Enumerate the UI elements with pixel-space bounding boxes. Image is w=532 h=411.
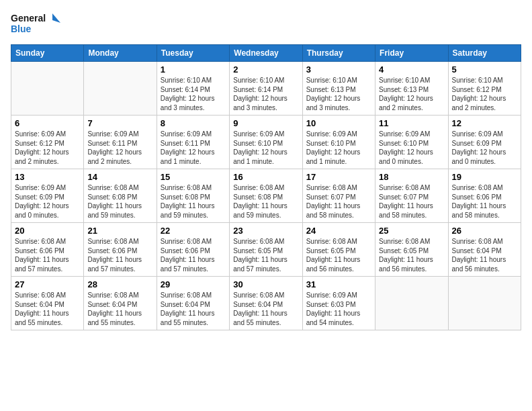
day-info: Sunrise: 6:10 AM Sunset: 6:14 PM Dayligh… xyxy=(233,76,298,112)
day-info: Sunrise: 6:09 AM Sunset: 6:10 PM Dayligh… xyxy=(233,130,298,166)
day-number: 15 xyxy=(161,172,226,182)
calendar-cell: 28Sunrise: 6:08 AM Sunset: 6:04 PM Dayli… xyxy=(84,277,157,330)
calendar-cell: 12Sunrise: 6:09 AM Sunset: 6:09 PM Dayli… xyxy=(448,116,521,169)
day-number: 21 xyxy=(87,226,152,236)
calendar-week-row: 1Sunrise: 6:10 AM Sunset: 6:14 PM Daylig… xyxy=(11,62,521,116)
day-info: Sunrise: 6:08 AM Sunset: 6:05 PM Dayligh… xyxy=(379,237,444,273)
calendar-cell xyxy=(84,62,157,116)
day-info: Sunrise: 6:08 AM Sunset: 6:06 PM Dayligh… xyxy=(15,237,80,273)
calendar-cell: 8Sunrise: 6:09 AM Sunset: 6:11 PM Daylig… xyxy=(157,116,229,169)
calendar-cell: 21Sunrise: 6:08 AM Sunset: 6:06 PM Dayli… xyxy=(84,223,157,277)
calendar-cell: 10Sunrise: 6:09 AM Sunset: 6:10 PM Dayli… xyxy=(302,116,375,169)
calendar-cell: 16Sunrise: 6:08 AM Sunset: 6:08 PM Dayli… xyxy=(230,169,302,223)
day-info: Sunrise: 6:09 AM Sunset: 6:12 PM Dayligh… xyxy=(15,130,80,166)
weekday-header: Tuesday xyxy=(157,45,229,62)
day-number: 18 xyxy=(379,172,444,182)
calendar-cell: 6Sunrise: 6:09 AM Sunset: 6:12 PM Daylig… xyxy=(11,116,84,169)
calendar-cell: 24Sunrise: 6:08 AM Sunset: 6:05 PM Dayli… xyxy=(302,223,375,277)
day-number: 28 xyxy=(87,279,152,289)
calendar-cell: 31Sunrise: 6:09 AM Sunset: 6:03 PM Dayli… xyxy=(302,277,375,330)
calendar-cell: 25Sunrise: 6:08 AM Sunset: 6:05 PM Dayli… xyxy=(375,223,448,277)
calendar-cell xyxy=(11,62,84,116)
calendar-cell: 7Sunrise: 6:09 AM Sunset: 6:11 PM Daylig… xyxy=(84,116,157,169)
day-info: Sunrise: 6:09 AM Sunset: 6:10 PM Dayligh… xyxy=(306,130,371,166)
day-number: 6 xyxy=(15,118,80,128)
day-info: Sunrise: 6:10 AM Sunset: 6:13 PM Dayligh… xyxy=(379,76,444,112)
calendar-cell: 2Sunrise: 6:10 AM Sunset: 6:14 PM Daylig… xyxy=(230,62,302,116)
calendar-week-row: 13Sunrise: 6:09 AM Sunset: 6:09 PM Dayli… xyxy=(11,169,521,223)
day-info: Sunrise: 6:08 AM Sunset: 6:04 PM Dayligh… xyxy=(161,291,226,327)
day-info: Sunrise: 6:08 AM Sunset: 6:06 PM Dayligh… xyxy=(452,183,517,220)
day-number: 1 xyxy=(161,64,226,75)
calendar-cell: 11Sunrise: 6:09 AM Sunset: 6:10 PM Dayli… xyxy=(375,116,448,169)
page-header: General Blue xyxy=(11,11,521,39)
day-info: Sunrise: 6:08 AM Sunset: 6:05 PM Dayligh… xyxy=(233,237,298,273)
calendar-cell: 17Sunrise: 6:08 AM Sunset: 6:07 PM Dayli… xyxy=(302,169,375,223)
weekday-header-row: SundayMondayTuesdayWednesdayThursdayFrid… xyxy=(11,45,521,62)
calendar-cell: 29Sunrise: 6:08 AM Sunset: 6:04 PM Dayli… xyxy=(157,277,229,330)
calendar-cell: 14Sunrise: 6:08 AM Sunset: 6:08 PM Dayli… xyxy=(84,169,157,223)
day-number: 7 xyxy=(87,118,152,128)
day-number: 17 xyxy=(306,172,371,182)
day-info: Sunrise: 6:09 AM Sunset: 6:11 PM Dayligh… xyxy=(87,130,152,166)
day-info: Sunrise: 6:08 AM Sunset: 6:08 PM Dayligh… xyxy=(87,183,152,220)
calendar-cell: 30Sunrise: 6:08 AM Sunset: 6:04 PM Dayli… xyxy=(230,277,302,330)
day-number: 16 xyxy=(233,172,298,182)
day-info: Sunrise: 6:09 AM Sunset: 6:10 PM Dayligh… xyxy=(379,130,444,166)
day-info: Sunrise: 6:08 AM Sunset: 6:08 PM Dayligh… xyxy=(161,183,226,220)
day-info: Sunrise: 6:08 AM Sunset: 6:04 PM Dayligh… xyxy=(233,291,298,327)
day-info: Sunrise: 6:09 AM Sunset: 6:09 PM Dayligh… xyxy=(15,183,80,220)
weekday-header: Wednesday xyxy=(230,45,302,62)
svg-text:General: General xyxy=(11,13,46,24)
day-number: 23 xyxy=(233,226,298,236)
weekday-header: Friday xyxy=(375,45,448,62)
day-number: 22 xyxy=(161,226,226,236)
day-number: 27 xyxy=(15,279,80,289)
day-info: Sunrise: 6:10 AM Sunset: 6:14 PM Dayligh… xyxy=(161,76,226,112)
weekday-header: Monday xyxy=(84,45,157,62)
calendar-cell: 15Sunrise: 6:08 AM Sunset: 6:08 PM Dayli… xyxy=(157,169,229,223)
day-info: Sunrise: 6:08 AM Sunset: 6:06 PM Dayligh… xyxy=(161,237,226,273)
day-number: 19 xyxy=(452,172,517,182)
day-number: 25 xyxy=(379,226,444,236)
day-info: Sunrise: 6:08 AM Sunset: 6:04 PM Dayligh… xyxy=(452,237,517,273)
day-number: 3 xyxy=(306,64,371,75)
svg-marker-2 xyxy=(52,13,60,23)
day-info: Sunrise: 6:08 AM Sunset: 6:06 PM Dayligh… xyxy=(87,237,152,273)
logo: General Blue xyxy=(11,11,64,39)
weekday-header: Thursday xyxy=(302,45,375,62)
calendar-cell xyxy=(448,277,521,330)
day-info: Sunrise: 6:10 AM Sunset: 6:13 PM Dayligh… xyxy=(306,76,371,112)
day-number: 24 xyxy=(306,226,371,236)
day-number: 29 xyxy=(161,279,226,289)
calendar-week-row: 27Sunrise: 6:08 AM Sunset: 6:04 PM Dayli… xyxy=(11,277,521,330)
calendar-cell: 3Sunrise: 6:10 AM Sunset: 6:13 PM Daylig… xyxy=(302,62,375,116)
day-info: Sunrise: 6:08 AM Sunset: 6:04 PM Dayligh… xyxy=(15,291,80,327)
calendar-cell: 22Sunrise: 6:08 AM Sunset: 6:06 PM Dayli… xyxy=(157,223,229,277)
day-info: Sunrise: 6:08 AM Sunset: 6:05 PM Dayligh… xyxy=(306,237,371,273)
calendar-cell: 26Sunrise: 6:08 AM Sunset: 6:04 PM Dayli… xyxy=(448,223,521,277)
day-info: Sunrise: 6:08 AM Sunset: 6:04 PM Dayligh… xyxy=(87,291,152,327)
calendar-cell xyxy=(375,277,448,330)
day-info: Sunrise: 6:09 AM Sunset: 6:11 PM Dayligh… xyxy=(161,130,226,166)
calendar-cell: 5Sunrise: 6:10 AM Sunset: 6:12 PM Daylig… xyxy=(448,62,521,116)
day-number: 4 xyxy=(379,64,444,75)
day-info: Sunrise: 6:09 AM Sunset: 6:09 PM Dayligh… xyxy=(452,130,517,166)
day-number: 8 xyxy=(161,118,226,128)
day-number: 30 xyxy=(233,279,298,289)
day-number: 2 xyxy=(233,64,298,75)
day-info: Sunrise: 6:08 AM Sunset: 6:07 PM Dayligh… xyxy=(306,183,371,220)
calendar-cell: 19Sunrise: 6:08 AM Sunset: 6:06 PM Dayli… xyxy=(448,169,521,223)
day-info: Sunrise: 6:08 AM Sunset: 6:08 PM Dayligh… xyxy=(233,183,298,220)
day-number: 10 xyxy=(306,118,371,128)
day-info: Sunrise: 6:10 AM Sunset: 6:12 PM Dayligh… xyxy=(452,76,517,112)
day-info: Sunrise: 6:08 AM Sunset: 6:07 PM Dayligh… xyxy=(379,183,444,220)
weekday-header: Sunday xyxy=(11,45,84,62)
calendar-cell: 13Sunrise: 6:09 AM Sunset: 6:09 PM Dayli… xyxy=(11,169,84,223)
day-number: 9 xyxy=(233,118,298,128)
calendar-cell: 27Sunrise: 6:08 AM Sunset: 6:04 PM Dayli… xyxy=(11,277,84,330)
calendar-table: SundayMondayTuesdayWednesdayThursdayFrid… xyxy=(11,44,521,330)
logo-svg: General Blue xyxy=(11,11,64,39)
calendar-cell: 1Sunrise: 6:10 AM Sunset: 6:14 PM Daylig… xyxy=(157,62,229,116)
day-number: 5 xyxy=(452,64,517,75)
